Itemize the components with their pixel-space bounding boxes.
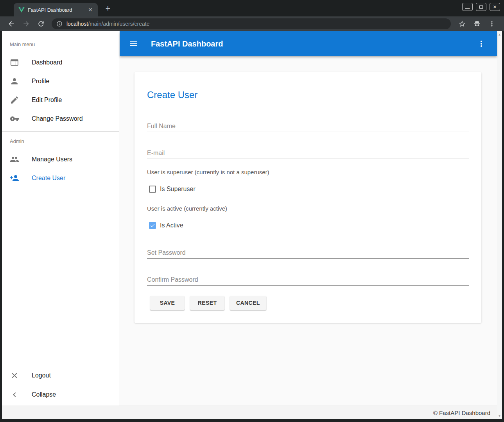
page-info-icon[interactable] bbox=[56, 21, 63, 27]
scroll-up-icon[interactable]: ▲ bbox=[497, 32, 502, 37]
sidebar-item-label: Change Password bbox=[32, 115, 83, 122]
sidebar-item-label: Create User bbox=[32, 175, 65, 182]
tab-title: FastAPI Dashboard bbox=[28, 7, 87, 13]
reload-button[interactable] bbox=[36, 19, 46, 29]
page: Main menu Dashboard Profile Edit Profile… bbox=[2, 31, 502, 419]
page-footer: © FastAPI Dashboard bbox=[2, 406, 497, 419]
full-name-label: Full Name bbox=[147, 122, 469, 130]
sidebar: Main menu Dashboard Profile Edit Profile… bbox=[2, 31, 119, 406]
set-password-label: Set Password bbox=[147, 249, 469, 256]
confirm-password-label: Confirm Password bbox=[147, 276, 469, 283]
is-superuser-label: Is Superuser bbox=[160, 186, 196, 193]
is-superuser-checkbox[interactable] bbox=[149, 186, 156, 193]
save-button[interactable]: SAVE bbox=[150, 296, 185, 310]
new-tab-button[interactable]: + bbox=[102, 4, 113, 14]
email-field[interactable]: E-mail bbox=[147, 149, 469, 159]
address-bar[interactable]: localhost/main/admin/users/create bbox=[52, 18, 451, 29]
is-active-checkbox[interactable] bbox=[149, 222, 156, 229]
person-icon bbox=[10, 77, 19, 86]
confirm-password-field[interactable]: Confirm Password bbox=[147, 276, 469, 286]
sidebar-item-manage-users[interactable]: Manage Users bbox=[2, 150, 119, 169]
sidebar-item-label: Logout bbox=[32, 372, 51, 379]
cancel-button[interactable]: CANCEL bbox=[230, 296, 266, 310]
scroll-down-icon[interactable]: ▼ bbox=[497, 413, 502, 418]
sidebar-item-profile[interactable]: Profile bbox=[2, 72, 119, 91]
window-minimize-button[interactable]: — bbox=[462, 3, 473, 11]
sidebar-item-label: Dashboard bbox=[32, 59, 62, 66]
sidebar-divider bbox=[2, 131, 119, 132]
tab-close-icon[interactable]: ✕ bbox=[87, 6, 94, 13]
hamburger-menu-icon[interactable] bbox=[129, 39, 138, 48]
reset-button[interactable]: RESET bbox=[190, 296, 224, 310]
sidebar-item-collapse[interactable]: Collapse bbox=[2, 385, 119, 404]
window-maximize-button[interactable] bbox=[476, 3, 486, 11]
sidebar-item-logout[interactable]: Logout bbox=[2, 366, 119, 385]
copyright-text: © FastAPI Dashboard bbox=[433, 409, 490, 416]
is-active-label: Is Active bbox=[160, 222, 183, 229]
chevron-left-icon bbox=[10, 390, 19, 399]
create-user-card: Create User Full Name E-mail User is sup… bbox=[135, 72, 481, 323]
form-buttons: SAVE RESET CANCEL bbox=[150, 296, 469, 310]
pencil-icon bbox=[10, 95, 19, 105]
is-superuser-checkbox-row[interactable]: Is Superuser bbox=[147, 185, 469, 193]
person-add-icon bbox=[10, 173, 19, 183]
sidebar-item-edit-profile[interactable]: Edit Profile bbox=[2, 91, 119, 109]
sidebar-item-label: Collapse bbox=[32, 391, 56, 398]
sidebar-section-admin: Admin bbox=[2, 138, 119, 144]
sidebar-item-dashboard[interactable]: Dashboard bbox=[2, 53, 119, 72]
vue-logo-icon bbox=[18, 7, 25, 13]
app-bar: FastAPI Dashboard bbox=[120, 31, 497, 56]
back-button[interactable] bbox=[7, 19, 16, 29]
sidebar-item-label: Profile bbox=[32, 78, 49, 85]
is-active-checkbox-row[interactable]: Is Active bbox=[147, 222, 469, 229]
url-text: localhost/main/admin/users/create bbox=[66, 21, 149, 27]
full-name-field[interactable]: Full Name bbox=[147, 122, 469, 132]
app-title: FastAPI Dashboard bbox=[151, 39, 477, 48]
active-hint: User is active (currently active) bbox=[147, 205, 469, 212]
people-icon bbox=[10, 155, 19, 164]
browser-tab[interactable]: FastAPI Dashboard ✕ bbox=[14, 3, 98, 16]
sidebar-section-main-menu: Main menu bbox=[2, 41, 119, 47]
window-controls: — ✕ bbox=[462, 3, 500, 11]
incognito-icon bbox=[472, 19, 482, 29]
sidebar-item-label: Edit Profile bbox=[32, 97, 62, 104]
email-label: E-mail bbox=[147, 149, 469, 157]
vertical-scrollbar[interactable]: ▲ ▼ bbox=[497, 31, 502, 419]
browser-toolbar: localhost/main/admin/users/create bbox=[0, 16, 504, 31]
forward-button[interactable] bbox=[22, 19, 31, 29]
sidebar-item-label: Manage Users bbox=[32, 156, 72, 163]
page-title: Create User bbox=[147, 72, 469, 100]
browser-chrome: FastAPI Dashboard ✕ + — ✕ localhost/main… bbox=[0, 0, 504, 31]
tab-strip: FastAPI Dashboard ✕ + — ✕ bbox=[0, 0, 504, 16]
set-password-field[interactable]: Set Password bbox=[147, 249, 469, 259]
main-area: FastAPI Dashboard Create User Full Name … bbox=[120, 31, 497, 406]
sidebar-item-change-password[interactable]: Change Password bbox=[2, 109, 119, 128]
window-close-button[interactable]: ✕ bbox=[490, 3, 500, 11]
close-icon bbox=[10, 371, 19, 380]
browser-menu-icon[interactable] bbox=[487, 19, 497, 29]
app-menu-icon[interactable] bbox=[477, 39, 486, 48]
bookmark-star-icon[interactable] bbox=[457, 19, 467, 29]
dashboard-icon bbox=[10, 58, 19, 67]
superuser-hint: User is superuser (currently is not a su… bbox=[147, 168, 469, 176]
key-icon bbox=[10, 114, 19, 123]
sidebar-item-create-user[interactable]: Create User bbox=[2, 169, 119, 188]
